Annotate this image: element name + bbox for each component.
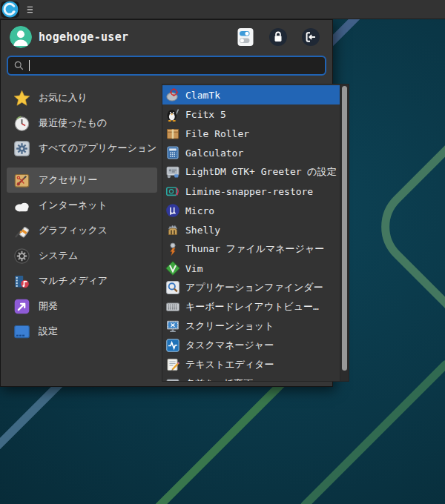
shelly-icon [165, 222, 180, 237]
appfinder-icon [165, 280, 180, 295]
app-item-task-manager-label: タスクマネージャー [185, 339, 274, 352]
star-icon [13, 90, 30, 107]
app-item-screenshot[interactable]: スクリーンショット [162, 316, 340, 336]
app-item-fcitx-5-label: Fcitx 5 [185, 109, 226, 120]
clock-icon [13, 115, 30, 132]
app-item-limine-snapper-restore-label: Limine-snapper-restore [185, 186, 313, 197]
app-item-shelly-label: Shelly [185, 225, 220, 236]
sidebar-item-all-applications-label: すべてのアプリケーション [39, 142, 156, 155]
app-item-thunar-file-manager-label: Thunar ファイルマネージャー [185, 242, 324, 256]
menu-header: hogehoge-user [1, 20, 332, 53]
app-item-bulk-rename[interactable]: 名前を一括変更 [162, 374, 340, 381]
app-item-fcitx-5[interactable]: Fcitx 5 [162, 105, 340, 124]
app-menu-button[interactable] [1, 1, 19, 18]
galculator-icon [165, 145, 180, 160]
app-item-vim-label: Vim [185, 263, 202, 274]
sidebar-item-accessories[interactable]: アクセサリー [7, 168, 157, 193]
clamtk-icon [165, 87, 180, 102]
system-icon [13, 248, 30, 265]
sidebar-item-accessories-label: アクセサリー [39, 173, 98, 187]
app-item-application-finder[interactable]: アプリケーションファインダー [162, 278, 340, 297]
app-item-vim[interactable]: Vim [162, 259, 340, 278]
wallpaper-green-line-left [151, 377, 289, 504]
app-item-keyboard-layout-viewer[interactable]: キーボードレイアウトビュー… [162, 297, 340, 316]
sidebar-item-system-label: システム [39, 249, 78, 262]
sidebar-item-settings[interactable]: 設定 [7, 319, 157, 344]
all-apps-icon [13, 140, 30, 157]
app-item-keyboard-layout-viewer-label: キーボードレイアウトビュー… [185, 300, 319, 314]
menu-body: お気に入り最近使ったものすべてのアプリケーションアクセサリーインターネットグラフ… [1, 81, 332, 388]
app-item-galculator[interactable]: Galculator [162, 143, 340, 162]
settings-button[interactable] [236, 27, 255, 47]
graphics-icon [13, 222, 30, 239]
vim-icon [165, 261, 180, 276]
app-item-text-editor[interactable]: テキストエディター [162, 355, 340, 374]
text-caret [29, 60, 30, 71]
bulkrename-icon [165, 377, 180, 381]
wallpaper-green-diamond [363, 30, 445, 424]
app-item-task-manager[interactable]: タスクマネージャー [162, 336, 340, 355]
app-item-shelly[interactable]: Shelly [162, 220, 340, 239]
app-item-file-roller-label: File Roller [185, 128, 249, 139]
multimedia-icon [13, 273, 30, 290]
development-icon [13, 298, 30, 315]
app-item-file-roller[interactable]: File Roller [162, 124, 340, 143]
sidebar-item-recently-used[interactable]: 最近使ったもの [7, 110, 157, 136]
sidebar-item-development[interactable]: 開発 [7, 294, 157, 319]
app-item-lightdm-gtk-greeter-settings[interactable]: LightDM GTK+ Greeter の設定 [162, 162, 340, 182]
thunar-icon [165, 242, 180, 256]
sidebar-item-graphics[interactable]: グラフィックス [7, 218, 157, 243]
app-item-micro[interactable]: Micro [162, 201, 340, 220]
logout-icon [301, 27, 320, 47]
sidebar-item-all-applications[interactable]: すべてのアプリケーション [7, 136, 157, 161]
app-item-application-finder-label: アプリケーションファインダー [185, 281, 323, 294]
category-sidebar: お気に入り最近使ったものすべてのアプリケーションアクセサリーインターネットグラフ… [7, 84, 157, 382]
application-list-frame: ClamTkFcitx 5File RollerGalculatorLightD… [162, 84, 349, 382]
limine-icon [165, 184, 180, 199]
app-item-text-editor-label: テキストエディター [185, 358, 274, 371]
app-item-clamtk-label: ClamTk [185, 90, 220, 101]
log-out-button[interactable] [301, 27, 320, 47]
texteditor-icon [165, 357, 180, 372]
app-item-screenshot-label: スクリーンショット [185, 319, 274, 333]
sidebar-item-settings-label: 設定 [39, 325, 58, 338]
scrollbar-thumb[interactable] [342, 86, 347, 371]
sidebar-item-internet-label: インターネット [39, 199, 108, 212]
search-input[interactable] [7, 56, 326, 76]
window-list-button[interactable] [24, 4, 36, 16]
sidebar-item-system[interactable]: システム [7, 243, 157, 268]
app-list-scrollbar[interactable] [340, 84, 349, 381]
internet-icon [13, 197, 30, 214]
screenshot-icon [165, 319, 180, 334]
sidebar-item-internet[interactable]: インターネット [7, 193, 157, 218]
taskmanager-icon [165, 338, 180, 353]
sidebar-item-development-label: 開発 [39, 299, 58, 313]
lock-icon [268, 27, 288, 47]
app-item-limine-snapper-restore[interactable]: Limine-snapper-restore [162, 182, 340, 201]
whisker-menu: hogehoge-user お気に入り最近使ったものすべてのアプリケーションアク… [0, 19, 333, 387]
keyboard-icon [165, 299, 180, 314]
sidebar-item-multimedia[interactable]: マルチメディア [7, 268, 157, 294]
sidebar-item-multimedia-label: マルチメディア [39, 274, 108, 288]
top-panel [0, 0, 445, 19]
fcitx-icon [165, 107, 180, 122]
app-item-galculator-label: Galculator [185, 147, 243, 159]
lock-screen-button[interactable] [268, 27, 288, 47]
lightdm-icon [165, 165, 180, 179]
sidebar-item-recently-used-label: 最近使ったもの [39, 116, 107, 130]
app-item-micro-label: Micro [185, 205, 214, 216]
search-icon [13, 60, 24, 71]
user-name: hogehoge-user [39, 30, 236, 44]
app-item-thunar-file-manager[interactable]: Thunar ファイルマネージャー [162, 239, 340, 259]
sidebar-item-favorites[interactable]: お気に入り [7, 85, 157, 110]
sidebar-item-graphics-label: グラフィックス [39, 224, 108, 237]
settings-icon [13, 323, 30, 340]
window-list-icon [24, 4, 36, 16]
micro-icon [165, 203, 180, 218]
app-item-clamtk[interactable]: ClamTk [162, 85, 340, 105]
application-list: ClamTkFcitx 5File RollerGalculatorLightD… [162, 84, 340, 381]
header-actions [236, 27, 320, 47]
app-item-bulk-rename-label: 名前を一括変更 [185, 377, 253, 381]
file-roller-icon [165, 126, 180, 141]
app-item-lightdm-gtk-greeter-settings-label: LightDM GTK+ Greeter の設定 [185, 165, 337, 179]
